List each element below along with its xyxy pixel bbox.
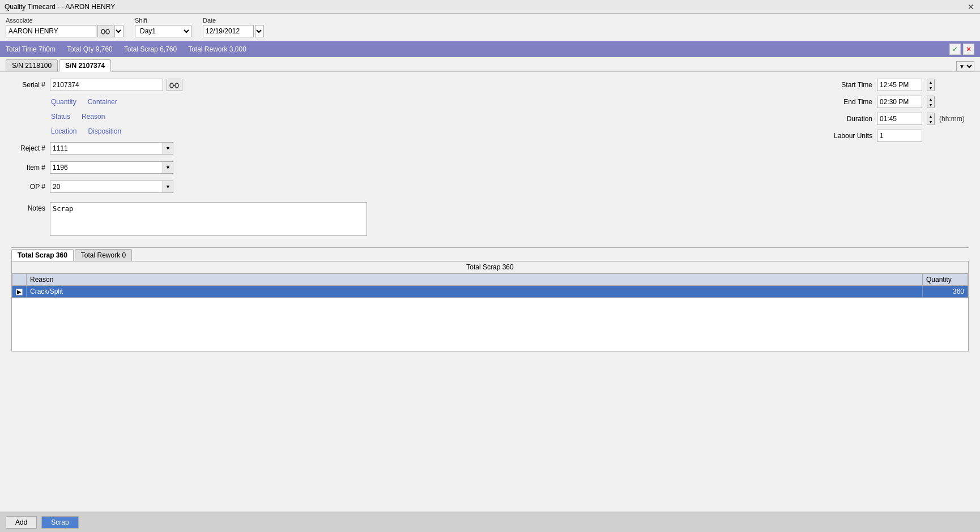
check-button[interactable]: ✓ xyxy=(949,44,961,55)
notes-row: Notes Scrap xyxy=(11,202,804,236)
tab-sn-2107374[interactable]: S/N 2107374 xyxy=(59,59,111,72)
reject-dropdown-btn[interactable]: ▼ xyxy=(163,142,173,155)
op-input[interactable] xyxy=(50,181,163,193)
duration-hint: (hh:mm) xyxy=(939,115,965,123)
date-dropdown[interactable]: ▼ xyxy=(255,25,264,37)
start-time-row: Start Time ▲ ▼ xyxy=(827,79,969,91)
tab-scroll-select[interactable]: ▼ xyxy=(956,61,974,71)
serial-label: Serial # xyxy=(11,81,45,89)
duration-spinner[interactable]: ▲ ▼ xyxy=(927,113,935,125)
main-container: Associate ▼ Shift Day1 xyxy=(0,14,980,532)
op-dropdown-btn[interactable]: ▼ xyxy=(163,181,173,193)
total-scrap: Total Scrap 6,760 xyxy=(124,45,177,53)
shift-input-row: Day1 Day2 Night xyxy=(135,25,191,37)
duration-down-arrow[interactable]: ▼ xyxy=(927,119,934,125)
reject-input[interactable] xyxy=(50,142,163,155)
notes-textarea[interactable]: Scrap xyxy=(50,202,367,236)
scrap-button[interactable]: Scrap xyxy=(41,516,78,529)
item-dropdown-btn[interactable]: ▼ xyxy=(163,161,173,174)
table-row[interactable]: ▶ Crack/Split 360 xyxy=(12,286,968,298)
cancel-button[interactable]: ✕ xyxy=(963,44,974,55)
end-time-label: End Time xyxy=(827,98,872,106)
svg-point-4 xyxy=(175,83,178,88)
associate-dropdown[interactable]: ▼ xyxy=(114,25,123,37)
content-area: Serial # Quantity xyxy=(0,72,980,512)
container-label: Container xyxy=(88,98,117,106)
expand-icon[interactable]: ▶ xyxy=(16,289,23,295)
row-reason-cell: Crack/Split xyxy=(27,286,923,298)
row-expand-cell: ▶ xyxy=(12,286,27,298)
bottom-content: Total Scrap 360 Reason Quantity xyxy=(11,261,969,351)
location-label: Location xyxy=(51,127,76,135)
start-time-label: Start Time xyxy=(827,81,872,89)
add-button[interactable]: Add xyxy=(6,516,37,529)
item-row: Item # ▼ xyxy=(11,161,804,174)
op-row: OP # ▼ xyxy=(11,181,804,193)
total-time: Total Time 7h0m xyxy=(6,45,56,53)
associate-group: Associate ▼ xyxy=(6,17,123,37)
shift-select[interactable]: Day1 Day2 Night xyxy=(135,25,191,37)
associate-input-row: ▼ xyxy=(6,25,123,37)
bottom-tab-scrap[interactable]: Total Scrap 360 xyxy=(11,249,74,261)
bottom-tab-rework[interactable]: Total Rework 0 xyxy=(75,249,132,261)
total-rework: Total Rework 3,000 xyxy=(188,45,246,53)
date-input-row: ▼ xyxy=(203,25,264,37)
serial-input-group xyxy=(50,79,182,91)
footer-bar: Add Scrap xyxy=(0,512,980,532)
start-time-up-arrow[interactable]: ▲ xyxy=(927,79,934,85)
header-bar: Associate ▼ Shift Day1 xyxy=(0,14,980,41)
serial-input[interactable] xyxy=(50,79,163,91)
date-label: Date xyxy=(203,17,264,24)
start-time-down-arrow[interactable]: ▼ xyxy=(927,85,934,91)
associate-search-button[interactable] xyxy=(97,25,113,37)
status-label: Status xyxy=(51,113,70,121)
duration-row: Duration ▲ ▼ (hh:mm) xyxy=(827,113,969,125)
start-time-input[interactable] xyxy=(877,79,922,91)
end-time-down-arrow[interactable]: ▼ xyxy=(927,102,934,108)
duration-label: Duration xyxy=(827,115,872,123)
item-input-group: ▼ xyxy=(50,161,173,174)
labour-units-label: Labour Units xyxy=(827,132,872,140)
op-label: OP # xyxy=(11,183,45,191)
item-label: Item # xyxy=(11,164,45,171)
form-section: Serial # Quantity xyxy=(11,79,969,236)
shift-label: Shift xyxy=(135,17,191,24)
bottom-tabs-row: Total Scrap 360 Total Rework 0 xyxy=(11,248,969,261)
col-reason: Reason xyxy=(27,274,923,286)
quantity-label: Quantity xyxy=(51,98,76,106)
svg-point-1 xyxy=(106,29,109,34)
reject-label: Reject # xyxy=(11,144,45,152)
svg-point-0 xyxy=(101,29,105,34)
reject-input-group: ▼ xyxy=(50,142,173,155)
end-time-row: End Time ▲ ▼ xyxy=(827,96,969,108)
end-time-spinner[interactable]: ▲ ▼ xyxy=(927,96,935,108)
inline-fields: Quantity Container xyxy=(51,98,804,106)
bottom-table: Reason Quantity ▶ xyxy=(12,273,968,351)
bottom-section: Total Scrap 360 Total Rework 0 Total Scr… xyxy=(11,247,969,351)
title-bar: Quality Timecard - - AARON HENRY ✕ xyxy=(0,0,980,14)
start-time-spinner[interactable]: ▲ ▼ xyxy=(927,79,935,91)
binoculars-icon xyxy=(101,27,110,35)
associate-input[interactable] xyxy=(6,25,96,37)
duration-input[interactable] xyxy=(877,113,922,125)
serial-row: Serial # xyxy=(11,79,804,91)
inline-fields-2: Status Reason xyxy=(51,113,804,121)
labour-units-row: Labour Units xyxy=(827,130,969,142)
date-input[interactable] xyxy=(203,25,254,37)
shift-group: Shift Day1 Day2 Night xyxy=(135,17,191,37)
serial-search-button[interactable] xyxy=(167,79,182,91)
date-group: Date ▼ xyxy=(203,17,264,37)
row-quantity-cell: 360 xyxy=(923,286,968,298)
col-quantity: Quantity xyxy=(923,274,968,286)
tabs-row: S/N 2118100 S/N 2107374 ▼ xyxy=(0,57,980,72)
total-qty: Total Qty 9,760 xyxy=(67,45,113,53)
duration-up-arrow[interactable]: ▲ xyxy=(927,113,934,119)
end-time-input[interactable] xyxy=(877,96,922,108)
close-button[interactable]: ✕ xyxy=(966,2,975,11)
summary-stats: Total Time 7h0m Total Qty 9,760 Total Sc… xyxy=(6,45,246,53)
labour-units-input[interactable] xyxy=(877,130,922,142)
tab-sn-2118100[interactable]: S/N 2118100 xyxy=(6,59,58,71)
end-time-up-arrow[interactable]: ▲ xyxy=(927,96,934,102)
window-title: Quality Timecard - - AARON HENRY xyxy=(5,3,115,11)
item-input[interactable] xyxy=(50,161,163,174)
